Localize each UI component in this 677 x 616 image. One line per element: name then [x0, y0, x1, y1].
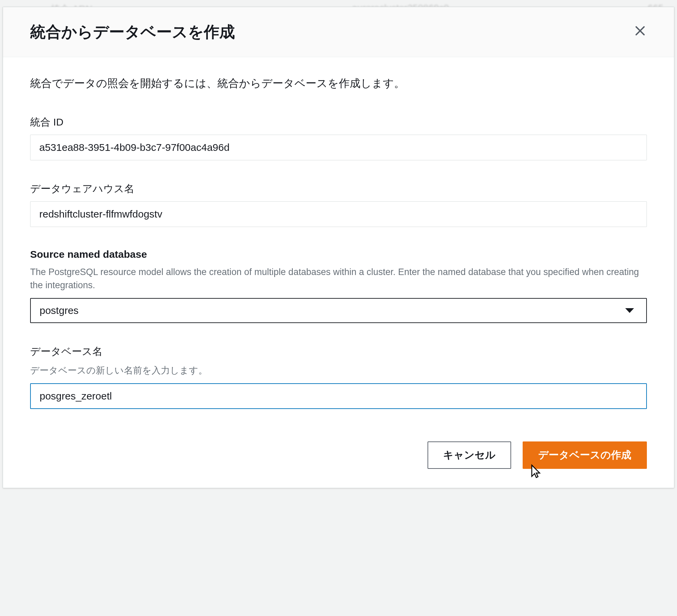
source-db-selected-value: postgres: [40, 305, 79, 316]
chevron-down-icon: [625, 308, 634, 313]
field-source-db: Source named database The PostgreSQL res…: [30, 249, 647, 323]
integration-id-value: a531ea88-3951-4b09-b3c7-97f00ac4a96d: [30, 135, 647, 160]
field-integration-id: 統合 ID a531ea88-3951-4b09-b3c7-97f00ac4a9…: [30, 115, 647, 160]
dialog-body: 統合でデータの照会を開始するには、統合からデータベースを作成します。 統合 ID…: [3, 57, 674, 441]
dialog-intro: 統合でデータの照会を開始するには、統合からデータベースを作成します。: [30, 76, 647, 91]
create-database-button[interactable]: データベースの作成: [523, 441, 647, 469]
warehouse-label: データウェアハウス名: [30, 182, 647, 196]
field-warehouse: データウェアハウス名 redshiftcluster-flfmwfdogstv: [30, 182, 647, 227]
source-db-desc: The PostgreSQL resource model allows the…: [30, 266, 647, 292]
cancel-button[interactable]: キャンセル: [428, 441, 511, 469]
source-db-label: Source named database: [30, 249, 647, 260]
close-icon: [633, 23, 647, 41]
db-name-label: データベース名: [30, 345, 647, 359]
integration-id-label: 統合 ID: [30, 115, 647, 129]
field-db-name: データベース名 データベースの新しい名前を入力します。: [30, 345, 647, 409]
source-db-select[interactable]: postgres: [30, 298, 647, 323]
db-name-input[interactable]: [30, 383, 647, 409]
db-name-desc: データベースの新しい名前を入力します。: [30, 364, 647, 377]
dialog-title: 統合からデータベースを作成: [30, 22, 235, 43]
dialog-header: 統合からデータベースを作成: [3, 7, 674, 57]
warehouse-value: redshiftcluster-flfmwfdogstv: [30, 201, 647, 227]
dialog-footer: キャンセル データベースの作成: [3, 441, 674, 488]
create-database-dialog: 統合からデータベースを作成 統合でデータの照会を開始するには、統合からデータベー…: [3, 7, 674, 488]
close-button[interactable]: [630, 21, 650, 43]
